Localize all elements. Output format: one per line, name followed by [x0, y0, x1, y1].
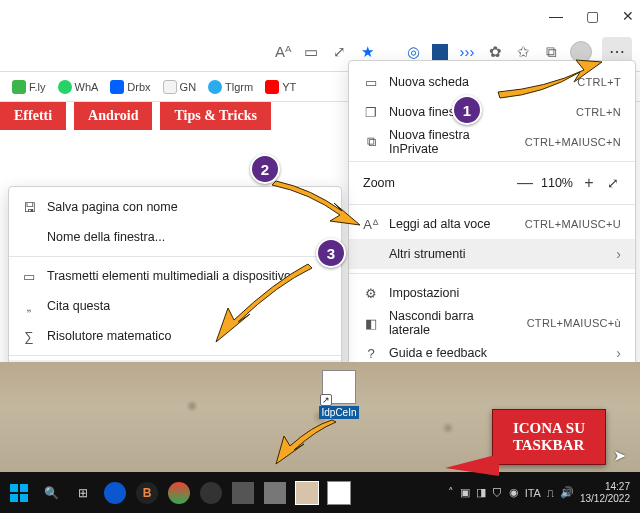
shortcut-icon: ↗: [322, 370, 356, 404]
window-titlebar: — ▢ ✕: [0, 0, 640, 32]
menu-new-tab[interactable]: ▭ Nuova scheda CTRL+T: [349, 67, 635, 97]
audio-icon[interactable]: ›››: [458, 43, 476, 61]
tray-wifi-icon[interactable]: ⎍: [547, 487, 554, 499]
bookmark-item[interactable]: WhA: [54, 78, 103, 96]
tray-icon[interactable]: ◨: [476, 486, 486, 499]
taskbar-pinned-app[interactable]: B: [132, 478, 162, 508]
favorites-star-icon[interactable]: ★: [358, 43, 376, 61]
menu-new-window[interactable]: ❐ Nuova finestra CTRL+N: [349, 97, 635, 127]
callout-line2: TASKBAR: [513, 437, 585, 454]
shortcut-text: CTRL+MAIUSC+N: [525, 136, 621, 148]
taskbar-pinned-app[interactable]: [196, 478, 226, 508]
zoom-percent: 110%: [541, 176, 573, 190]
submenu-cite[interactable]: „ Cita questa: [9, 291, 341, 321]
extensions-icon[interactable]: ✿: [486, 43, 504, 61]
label: Altri strumenti: [389, 247, 606, 261]
menu-settings[interactable]: ⚙ Impostazioni: [349, 278, 635, 308]
label: Cita questa: [47, 299, 329, 313]
shortcut-text: CTRL+MAIUSC+ù: [527, 317, 621, 329]
menu-separator: [9, 256, 341, 257]
taskbar-system-tray: ˄ ▣ ◨ ⛉ ◉ ITA ⎍ 🔊 14:27 13/12/2022: [448, 481, 636, 504]
menu-new-inprivate[interactable]: ⧉ Nuova finestra InPrivate CTRL+MAIUSC+N: [349, 127, 635, 157]
chevron-right-icon: [616, 345, 621, 361]
submenu-math[interactable]: ∑ Risolutore matematico: [9, 321, 341, 351]
bookmark-item[interactable]: GN: [159, 78, 201, 96]
shortcut-label: IdpCeIn: [319, 406, 358, 419]
tray-volume-icon[interactable]: 🔊: [560, 486, 574, 499]
label: Nascondi barra laterale: [389, 309, 517, 337]
shortcut-arrow-icon: ↗: [320, 394, 332, 406]
submenu-name-window[interactable]: Nome della finestra...: [9, 222, 341, 252]
bookmark-label: YT: [282, 81, 296, 93]
bookmark-label: WhA: [75, 81, 99, 93]
taskbar-pinned-app[interactable]: [164, 478, 194, 508]
tray-icon[interactable]: ◉: [509, 486, 519, 499]
taskbar-left: 🔍 ⊞ B: [4, 478, 354, 508]
fullscreen-button[interactable]: [605, 174, 621, 192]
menu-hide-sidebar[interactable]: ◧ Nascondi barra laterale CTRL+MAIUSC+ù: [349, 308, 635, 338]
site-tab[interactable]: Tips & Tricks: [160, 102, 270, 130]
taskbar-pinned-app[interactable]: [292, 478, 322, 508]
start-button[interactable]: [4, 478, 34, 508]
media-icon[interactable]: [432, 44, 448, 60]
menu-zoom: Zoom — 110% +: [349, 166, 635, 200]
bookmark-item[interactable]: F.ly: [8, 78, 50, 96]
speaker-icon: Aᐞ: [363, 217, 379, 232]
tray-language[interactable]: ITA: [525, 487, 541, 499]
taskbar-clock[interactable]: 14:27 13/12/2022: [580, 481, 630, 504]
taskbar-taskview-button[interactable]: ⊞: [68, 478, 98, 508]
svg-rect-2: [10, 494, 18, 502]
label: Nuova finestra InPrivate: [389, 128, 515, 156]
submenu-cast[interactable]: ▭ Trasmetti elementi multimediali a disp…: [9, 261, 341, 291]
label: Nuova scheda: [389, 75, 567, 89]
label: Leggi ad alta voce: [389, 217, 515, 231]
bookmark-item[interactable]: YT: [261, 78, 300, 96]
annotation-callout: ICONA SU TASKBAR: [492, 409, 606, 465]
shortcut-text: CTRL+MAIUSC+U: [525, 218, 621, 230]
favorites-hub-icon[interactable]: ✩: [514, 43, 532, 61]
svg-rect-0: [10, 484, 18, 492]
collections-icon[interactable]: ⧉: [542, 43, 560, 61]
label: Trasmetti elementi multimediali a dispos…: [47, 269, 329, 283]
zoom-in-button[interactable]: +: [581, 174, 597, 192]
shortcut-text: CTRL+T: [577, 76, 621, 88]
sidebar-icon[interactable]: ▭: [302, 43, 320, 61]
window-icon: ❐: [363, 105, 379, 120]
sidebar-icon: ◧: [363, 316, 379, 331]
label: Salva pagina con nome: [47, 200, 329, 214]
bookmark-label: GN: [180, 81, 197, 93]
label: Risolutore matematico: [47, 329, 329, 343]
label: Guida e feedback: [389, 346, 606, 360]
bookmark-item[interactable]: Tlgrm: [204, 78, 257, 96]
bookmark-label: Drbx: [127, 81, 150, 93]
annotation-badge-3: 3: [316, 238, 346, 268]
maximize-button[interactable]: ▢: [584, 8, 600, 24]
site-tab[interactable]: Android: [74, 102, 152, 130]
tray-icon[interactable]: ▣: [460, 486, 470, 499]
menu-read-aloud[interactable]: Aᐞ Leggi ad alta voce CTRL+MAIUSC+U: [349, 209, 635, 239]
taskbar-search-button[interactable]: 🔍: [36, 478, 66, 508]
close-button[interactable]: ✕: [620, 8, 636, 24]
tab-icon: ▭: [363, 75, 379, 90]
minimize-button[interactable]: —: [548, 8, 564, 24]
submenu-save-as[interactable]: 🖫 Salva pagina con nome: [9, 192, 341, 222]
menu-more-tools[interactable]: Altri strumenti: [349, 239, 635, 269]
cursor-icon: ➤: [613, 446, 626, 465]
screenshot-icon[interactable]: ◎: [404, 43, 422, 61]
taskbar-pinned-app[interactable]: [260, 478, 290, 508]
zoom-icon[interactable]: ⤢: [330, 43, 348, 61]
site-tab[interactable]: Effetti: [0, 102, 66, 130]
gear-icon: ⚙: [363, 286, 379, 301]
read-aloud-icon[interactable]: Aᴬ: [274, 43, 292, 61]
chevron-right-icon: [616, 246, 621, 262]
zoom-out-button[interactable]: —: [517, 174, 533, 192]
taskbar-pinned-app[interactable]: [100, 478, 130, 508]
cast-icon: ▭: [21, 269, 37, 284]
taskbar-pinned-app[interactable]: [324, 478, 354, 508]
tray-icon[interactable]: ⛉: [492, 487, 503, 499]
desktop-shortcut[interactable]: ↗ IdpCeIn: [318, 370, 360, 419]
edge-main-menu: ▭ Nuova scheda CTRL+T ❐ Nuova finestra C…: [348, 60, 636, 414]
tray-chevron-up-icon[interactable]: ˄: [448, 486, 454, 499]
bookmark-item[interactable]: Drbx: [106, 78, 154, 96]
taskbar-pinned-app[interactable]: [228, 478, 258, 508]
